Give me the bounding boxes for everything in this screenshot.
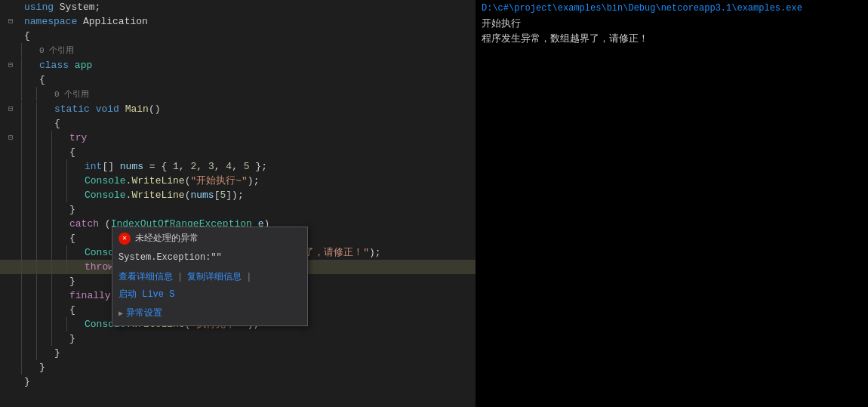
line-code: class app — [36, 58, 476, 72]
line-code: { — [66, 145, 476, 159]
code-line-15: } — [0, 202, 476, 217]
indent-guide — [51, 274, 66, 288]
indent-guide — [21, 145, 36, 159]
settings-arrow-icon: ▶ — [119, 309, 123, 318]
line-code: namespace Application — [21, 14, 476, 29]
indent-guide — [36, 87, 51, 101]
code-line-3: { — [0, 29, 476, 43]
indent-guide — [51, 331, 66, 346]
indent-guide — [36, 245, 51, 260]
exception-popup: ✕ 未经处理的异常 System.Exception:"" 查看详细信息 | 复… — [112, 227, 308, 326]
popup-header: ✕ 未经处理的异常 — [112, 227, 307, 249]
line-gutter: ⊟ — [0, 14, 21, 29]
popup-exception-text: System.Exception:"" — [112, 249, 307, 267]
line-code: 0 个引用 — [51, 87, 476, 102]
code-line-13: Console.WriteLine("开始执行~"); — [0, 174, 476, 188]
code-line-7: 0 个引用 — [0, 87, 476, 102]
fold-arrow-icon[interactable]: ⊟ — [6, 131, 15, 145]
code-line-27: } — [0, 375, 476, 389]
indent-guide — [21, 102, 36, 116]
fold-arrow-icon[interactable]: ⊟ — [6, 58, 15, 72]
indent-guide — [51, 174, 66, 188]
popup-links: 查看详细信息 | 复制详细信息 | 启动 Live S — [112, 267, 307, 304]
indent-guide — [21, 116, 36, 131]
indent-guide — [36, 231, 51, 245]
line-code: } — [66, 331, 476, 346]
exception-settings-link[interactable]: 异常设置 — [126, 307, 162, 319]
indent-guide — [36, 202, 51, 217]
indent-guide — [51, 188, 66, 202]
indent-guide — [21, 43, 36, 57]
indent-guide — [36, 116, 51, 131]
line-code: } — [66, 202, 476, 217]
indent-guide — [66, 260, 82, 274]
line-code: Console.WriteLine("开始执行~"); — [82, 174, 476, 188]
line-code: int[] nums = { 1, 2, 3, 4, 5 }; — [82, 159, 476, 174]
indent-guide — [36, 102, 51, 116]
live-share-link[interactable]: 启动 Live S — [119, 288, 174, 301]
indent-guide — [36, 131, 51, 145]
indent-guide — [51, 131, 66, 145]
line-code: { — [51, 116, 476, 131]
indent-guide — [51, 231, 66, 245]
indent-guide — [51, 303, 66, 317]
indent-guide — [36, 317, 51, 331]
code-line-10: ⊟try — [0, 131, 476, 145]
indent-guide — [66, 159, 82, 174]
indent-guide — [21, 303, 36, 317]
indent-guide — [21, 72, 36, 87]
copy-details-link[interactable]: 复制详细信息 — [187, 270, 242, 283]
indent-guide — [21, 58, 36, 72]
indent-guide — [66, 317, 82, 331]
indent-guide — [21, 231, 36, 245]
line-code: } — [51, 346, 476, 360]
indent-guide — [66, 245, 82, 260]
code-line-6: { — [0, 72, 476, 87]
indent-guide — [51, 202, 66, 217]
indent-guide — [36, 260, 51, 274]
indent-guide — [51, 217, 66, 231]
indent-guide — [36, 174, 51, 188]
indent-guide — [21, 245, 36, 260]
indent-guide — [51, 159, 66, 174]
code-line-2: ⊟namespace Application — [0, 14, 476, 29]
line-code: try — [66, 131, 476, 145]
code-line-12: int[] nums = { 1, 2, 3, 4, 5 }; — [0, 159, 476, 174]
code-line-4: 0 个引用 — [0, 43, 476, 58]
line-gutter: ⊟ — [0, 102, 21, 116]
line-code: 0 个引用 — [36, 43, 476, 58]
line-code: { — [21, 29, 476, 43]
indent-guide — [21, 188, 36, 202]
code-line-8: ⊟static void Main() — [0, 102, 476, 116]
indent-guide — [21, 87, 36, 101]
indent-guide — [36, 145, 51, 159]
view-details-link[interactable]: 查看详细信息 — [119, 270, 173, 283]
fold-arrow-icon[interactable]: ⊟ — [6, 102, 15, 116]
popup-title: 未经处理的异常 — [135, 232, 199, 245]
indent-guide — [36, 159, 51, 174]
line-code: } — [21, 375, 476, 389]
indent-guide — [21, 288, 36, 303]
indent-guide — [36, 274, 51, 288]
code-line-1: using System; — [0, 0, 476, 14]
indent-guide — [21, 159, 36, 174]
indent-guide — [21, 202, 36, 217]
indent-guide — [36, 288, 51, 303]
indent-guide — [36, 331, 51, 346]
line-code: Console.WriteLine(nums[5]); — [82, 188, 476, 202]
line-code: { — [36, 72, 476, 87]
code-editor: using System;⊟namespace Application{0 个引… — [0, 0, 476, 407]
indent-guide — [36, 346, 51, 360]
line-code: using System; — [21, 0, 476, 14]
code-line-11: { — [0, 145, 476, 159]
code-line-25: } — [0, 346, 476, 360]
indent-guide — [21, 131, 36, 145]
line-code: static void Main() — [51, 102, 476, 116]
code-line-9: { — [0, 116, 476, 131]
indent-guide — [36, 303, 51, 317]
indent-guide — [51, 145, 66, 159]
indent-guide — [21, 274, 36, 288]
code-line-26: } — [0, 360, 476, 375]
fold-arrow-icon[interactable]: ⊟ — [6, 14, 15, 29]
indent-guide — [66, 188, 82, 202]
